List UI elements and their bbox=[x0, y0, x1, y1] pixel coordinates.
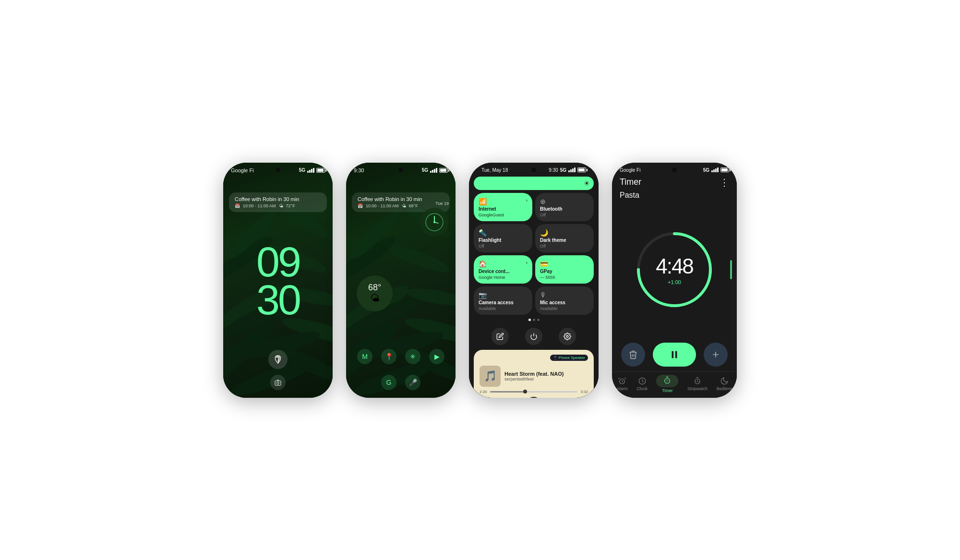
timer-delete-button[interactable] bbox=[621, 343, 645, 367]
nav-timer[interactable]: Timer bbox=[656, 375, 678, 393]
status-icons: 5G bbox=[299, 167, 325, 173]
camera-tile-name: Camera access bbox=[479, 300, 528, 305]
play-button[interactable]: ▶ bbox=[526, 397, 541, 398]
app-icon-mic[interactable]: 🎤 bbox=[405, 375, 420, 390]
phone3-signal-strength bbox=[568, 167, 576, 172]
phone2-notif-weather: 68°F bbox=[409, 203, 418, 208]
camera-button[interactable] bbox=[270, 375, 286, 390]
devicecontrol-arrow: › bbox=[526, 260, 528, 265]
signal-label: 5G bbox=[299, 167, 305, 173]
internet-name: Internet bbox=[479, 206, 528, 212]
nav-bedtime[interactable]: Bedtime bbox=[717, 377, 732, 391]
devicecontrol-icon: 🏠 bbox=[479, 260, 487, 268]
qs-power-button[interactable] bbox=[525, 328, 542, 345]
phone4-battery bbox=[720, 167, 729, 172]
phone2-sun-icon: 🌤 bbox=[402, 203, 406, 208]
app-icon-pinwheel[interactable]: ✳ bbox=[405, 349, 420, 364]
battery-icon bbox=[316, 168, 325, 173]
internet-sub: GoogleGuest bbox=[479, 213, 528, 217]
nav-stopwatch-label: Stopwatch bbox=[687, 386, 708, 391]
nav-alarm[interactable]: Alarm bbox=[616, 377, 628, 391]
app-icon-mail[interactable]: M bbox=[357, 349, 372, 364]
signal-strength bbox=[307, 168, 314, 173]
media-title: Heart Storm (feat. NAO) bbox=[504, 371, 588, 377]
time-current: 2:20 bbox=[480, 390, 487, 394]
phone1-screen-content: Google Fi 5G Coffee with Robin in 30 min… bbox=[223, 163, 333, 398]
carrier-label: Google Fi bbox=[231, 167, 254, 173]
timer-title: Timer bbox=[620, 177, 641, 187]
timer-nav: Alarm Clock Timer Stopwatch bbox=[612, 371, 737, 398]
media-controls: ↺ ⏮ ▶ ⏭ ↻ bbox=[480, 397, 588, 398]
weather-widget: 68° 🌤 bbox=[357, 275, 393, 311]
fingerprint-button[interactable] bbox=[268, 350, 288, 369]
qs-tile-internet[interactable]: 📶 › Internet GoogleGuest bbox=[474, 193, 532, 221]
svg-rect-34 bbox=[672, 351, 674, 358]
camera-tile-sub: Available bbox=[479, 306, 528, 311]
notification-card: Coffee with Robin in 30 min 📅 10:00 - 11… bbox=[229, 192, 327, 212]
phone2-notif-time: 10:00 - 11:00 AM bbox=[366, 203, 399, 208]
camera-notch bbox=[276, 167, 280, 172]
nav-stopwatch[interactable]: Stopwatch bbox=[687, 377, 708, 391]
darktheme-icon: 🌙 bbox=[540, 229, 589, 237]
clock-minute: 30 bbox=[256, 281, 300, 319]
clock-widget bbox=[420, 208, 449, 237]
brightness-row: ☀ bbox=[474, 177, 594, 190]
phone4-screen-content: Google Fi 5G Timer ⋮ Pasta bbox=[612, 163, 737, 398]
calendar-icon: 📅 bbox=[235, 203, 240, 208]
media-info: Heart Storm (feat. NAO) serpentwithfeet bbox=[504, 371, 588, 381]
date-widget: Tue 19 bbox=[420, 201, 449, 237]
progress-track[interactable] bbox=[490, 391, 578, 393]
nav-clock-label: Clock bbox=[636, 386, 648, 391]
camera-notch-4 bbox=[672, 167, 677, 172]
timer-countdown: 4:48 bbox=[656, 254, 693, 278]
timer-add-button[interactable] bbox=[704, 343, 728, 367]
app-icon-maps[interactable]: 📍 bbox=[381, 349, 396, 364]
qs-tile-mic[interactable]: 🎙 Mic access Available bbox=[535, 286, 594, 315]
nav-alarm-label: Alarm bbox=[616, 386, 628, 391]
app-icon-youtube[interactable]: ▶ bbox=[429, 349, 444, 364]
date-label: Tue 19 bbox=[420, 201, 449, 206]
bluetooth-name: Bluetooth bbox=[540, 206, 589, 212]
brightness-slider[interactable]: ☀ bbox=[474, 177, 594, 190]
camera-tile-icon: 📷 bbox=[479, 291, 528, 299]
internet-arrow: › bbox=[526, 198, 528, 203]
phone2-status-icons: 5G bbox=[422, 167, 448, 173]
timer-menu-button[interactable]: ⋮ bbox=[720, 177, 729, 188]
phone3-screen-content: Tue, May 18 9:30 5G ☀ bbox=[469, 163, 599, 398]
phone3-status-icons: 9:30 5G bbox=[549, 167, 586, 173]
nav-clock[interactable]: Clock bbox=[636, 377, 648, 391]
mic-tile-sub: Available bbox=[540, 306, 589, 311]
media-artist: serpentwithfeet bbox=[504, 377, 588, 381]
darktheme-sub: Off bbox=[540, 244, 589, 249]
phone2-time: 9:30 bbox=[354, 167, 364, 173]
qs-tile-bluetooth[interactable]: ⊕ Bluetooth Off bbox=[535, 193, 594, 221]
flashlight-sub: Off bbox=[479, 244, 528, 249]
timer-nav-active-bg bbox=[656, 375, 678, 387]
media-progress: 2:20 3:32 bbox=[480, 390, 588, 394]
app-icon-google[interactable]: G bbox=[381, 375, 396, 390]
timer-pause-button[interactable] bbox=[653, 343, 696, 367]
qs-settings-button[interactable] bbox=[559, 328, 576, 345]
app-icon-row: M 📍 ✳ ▶ bbox=[346, 349, 456, 364]
qs-tile-flashlight[interactable]: 🔦 Flashlight Off bbox=[474, 224, 532, 252]
bluetooth-icon: ⊕ bbox=[540, 198, 589, 205]
qs-tile-devicecontrol[interactable]: 🏠 › Device cont... Google Home bbox=[474, 255, 532, 284]
qs-tile-gpay[interactable]: 💳 GPay — 5555 bbox=[535, 255, 594, 284]
home-dock: G 🎤 bbox=[346, 375, 456, 390]
svg-point-31 bbox=[566, 335, 568, 337]
timer-time-display: 4:48 +1:00 bbox=[656, 254, 693, 285]
qs-grid: 📶 › Internet GoogleGuest ⊕ Bluetooth Off… bbox=[474, 193, 594, 315]
media-thumbnail: 🎵 bbox=[480, 366, 501, 387]
qs-tile-camera[interactable]: 📷 Camera access Available bbox=[474, 286, 532, 315]
phone4-status-icons: 5G bbox=[703, 167, 729, 173]
devicecontrol-sub: Google Home bbox=[479, 275, 528, 280]
qs-controls bbox=[474, 324, 594, 349]
internet-icon: 📶 bbox=[479, 198, 487, 205]
time-total: 3:32 bbox=[580, 390, 588, 394]
notif-title: Coffee with Robin in 30 min bbox=[235, 196, 321, 202]
qs-tile-darktheme[interactable]: 🌙 Dark theme Off bbox=[535, 224, 594, 252]
qs-edit-button[interactable] bbox=[492, 328, 509, 345]
mic-tile-name: Mic access bbox=[540, 300, 589, 305]
notif-weather: 72°F bbox=[286, 203, 295, 208]
devicecontrol-name: Device cont... bbox=[479, 269, 528, 274]
